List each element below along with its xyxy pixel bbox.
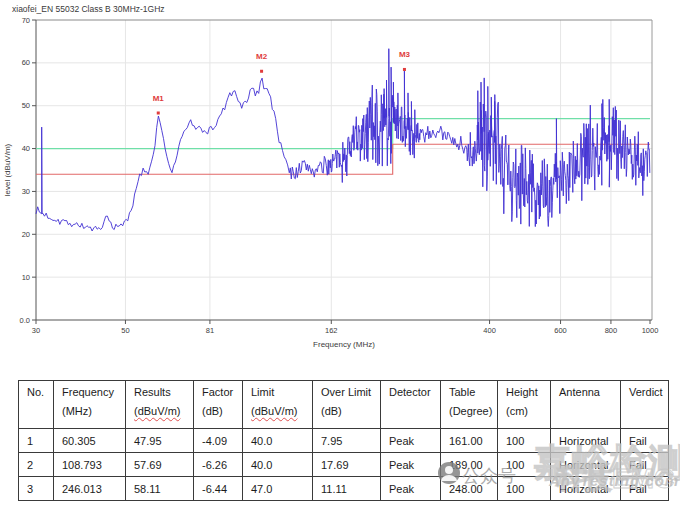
table-cell: 100 bbox=[498, 453, 551, 477]
table-cell: 108.793 bbox=[54, 453, 126, 477]
header-factor: Factor(dB) bbox=[194, 381, 243, 429]
table-cell: Fail bbox=[621, 477, 669, 501]
table-cell: Fail bbox=[621, 429, 669, 453]
header-verdict: Verdict bbox=[621, 381, 669, 429]
table-cell: 47.0 bbox=[243, 477, 313, 501]
table-cell: Peak bbox=[381, 477, 441, 501]
y-tick-label: 40 bbox=[22, 144, 30, 153]
header-detector: Detector bbox=[381, 381, 441, 429]
table-cell: Fail bbox=[621, 453, 669, 477]
emi-spectrum-chart: 706050403020100.03050811624006008001000F… bbox=[0, 0, 680, 362]
table-cell: 17.69 bbox=[313, 453, 381, 477]
table-cell: Horizontal bbox=[551, 429, 621, 453]
table-cell: 189.00 bbox=[441, 453, 498, 477]
table-cell: 3 bbox=[19, 477, 54, 501]
header-antenna: Antenna bbox=[551, 381, 621, 429]
table-cell: 7.95 bbox=[313, 429, 381, 453]
y-tick-label: 50 bbox=[22, 101, 30, 110]
header-height: Height(cm) bbox=[498, 381, 551, 429]
marker-label-M3: M3 bbox=[399, 50, 411, 59]
header-over-limit: Over Limit(dB) bbox=[313, 381, 381, 429]
x-tick-label: 1000 bbox=[642, 326, 659, 335]
table-cell: Horizontal bbox=[551, 477, 621, 501]
marker-label-M1: M1 bbox=[153, 94, 165, 103]
marker-dot-M1 bbox=[157, 112, 160, 115]
table-cell: Peak bbox=[381, 453, 441, 477]
table-cell: 246.013 bbox=[54, 477, 126, 501]
header-table: Table(Degree) bbox=[441, 381, 498, 429]
spectrum-trace bbox=[36, 49, 650, 231]
table-cell: -6.44 bbox=[194, 477, 243, 501]
y-tick-label: 20 bbox=[22, 230, 30, 239]
marker-label-M2: M2 bbox=[256, 52, 268, 61]
x-axis-label: Frequency (MHz) bbox=[313, 340, 375, 349]
table-cell: 248.00 bbox=[441, 477, 498, 501]
x-tick-label: 400 bbox=[483, 326, 496, 335]
table-cell: -6.26 bbox=[194, 453, 243, 477]
table-row: 160.30547.95-4.0940.07.95Peak161.00100Ho… bbox=[19, 429, 669, 453]
x-tick-label: 81 bbox=[206, 326, 214, 335]
y-tick-label: 60 bbox=[22, 58, 30, 67]
marker-dot-M2 bbox=[260, 70, 263, 73]
table-cell: 57.69 bbox=[126, 453, 194, 477]
x-tick-label: 800 bbox=[605, 326, 618, 335]
marker-dot-M3 bbox=[403, 68, 406, 71]
table-cell: 161.00 bbox=[441, 429, 498, 453]
y-tick-label: 70 bbox=[22, 16, 30, 25]
table-cell: -4.09 bbox=[194, 429, 243, 453]
emc-test-report: xiaofei_EN 55032 Class B 30MHz-1GHz 7060… bbox=[0, 0, 680, 506]
table-cell: 47.95 bbox=[126, 429, 194, 453]
table-cell: Horizontal bbox=[551, 453, 621, 477]
table-cell: 60.305 bbox=[54, 429, 126, 453]
table-cell: 100 bbox=[498, 477, 551, 501]
chart-title: xiaofei_EN 55032 Class B 30MHz-1GHz bbox=[12, 4, 165, 14]
y-axis-label: level (dBuV/m) bbox=[3, 143, 12, 196]
x-tick-label: 600 bbox=[554, 326, 567, 335]
y-tick-label: 30 bbox=[22, 187, 30, 196]
table-cell: 11.11 bbox=[313, 477, 381, 501]
y-tick-label: 0.0 bbox=[20, 316, 30, 325]
x-tick-label: 162 bbox=[325, 326, 338, 335]
x-tick-label: 30 bbox=[32, 326, 40, 335]
table-cell: 2 bbox=[19, 453, 54, 477]
table-cell: 100 bbox=[498, 429, 551, 453]
table-cell: Peak bbox=[381, 429, 441, 453]
y-tick-label: 10 bbox=[22, 273, 30, 282]
table-cell: 40.0 bbox=[243, 453, 313, 477]
results-table-header: No. Frequency(MHz)Results(dBuV/m)Factor(… bbox=[19, 381, 669, 429]
table-row: 3246.01358.11-6.4447.011.11Peak248.00100… bbox=[19, 477, 669, 501]
table-cell: 58.11 bbox=[126, 477, 194, 501]
table-cell: 40.0 bbox=[243, 429, 313, 453]
table-cell: 1 bbox=[19, 429, 54, 453]
x-tick-label: 50 bbox=[121, 326, 129, 335]
header-frequency: Frequency(MHz) bbox=[54, 381, 126, 429]
table-row: 2108.79357.69-6.2640.017.69Peak189.00100… bbox=[19, 453, 669, 477]
results-table: No. Frequency(MHz)Results(dBuV/m)Factor(… bbox=[18, 380, 669, 501]
header-results: Results(dBuV/m) bbox=[126, 381, 194, 429]
header-limit: Limit(dBuV/m) bbox=[243, 381, 313, 429]
header-no: No. bbox=[19, 381, 54, 429]
